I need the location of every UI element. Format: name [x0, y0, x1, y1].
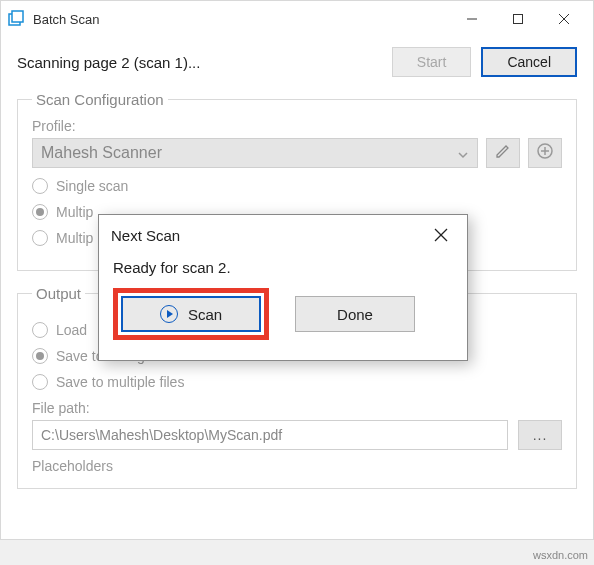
- radio-icon: [32, 230, 48, 246]
- radio-icon: [32, 178, 48, 194]
- radio-icon: [32, 204, 48, 220]
- profile-label: Profile:: [32, 118, 562, 134]
- filepath-label: File path:: [32, 400, 562, 416]
- dialog-message: Ready for scan 2.: [113, 259, 453, 276]
- radio-icon: [32, 374, 48, 390]
- next-scan-dialog: Next Scan Ready for scan 2. Scan Done: [98, 214, 468, 361]
- radio-save-multiple[interactable]: Save to multiple files: [32, 374, 562, 390]
- close-button[interactable]: [541, 3, 587, 35]
- profile-combo[interactable]: Mahesh Scanner: [32, 138, 478, 168]
- radio-icon: [32, 348, 48, 364]
- status-row: Scanning page 2 (scan 1)... Start Cancel: [17, 47, 577, 77]
- minimize-button[interactable]: [449, 3, 495, 35]
- titlebar: Batch Scan: [1, 1, 593, 37]
- radio-icon: [32, 322, 48, 338]
- radio-label: Multip: [56, 204, 93, 220]
- filepath-input[interactable]: C:\Users\Mahesh\Desktop\MyScan.pdf: [32, 420, 508, 450]
- radio-label: Multip: [56, 230, 93, 246]
- play-circle-icon: [160, 305, 178, 323]
- profile-value: Mahesh Scanner: [41, 144, 162, 162]
- dialog-titlebar: Next Scan: [99, 215, 467, 255]
- radio-single-scan[interactable]: Single scan: [32, 178, 562, 194]
- highlight-frame: Scan: [113, 288, 269, 340]
- chevron-down-icon: [457, 147, 469, 165]
- start-button: Start: [392, 47, 472, 77]
- dialog-close-button[interactable]: [427, 221, 455, 249]
- output-legend: Output: [32, 285, 85, 302]
- window-title: Batch Scan: [33, 12, 100, 27]
- done-button[interactable]: Done: [295, 296, 415, 332]
- scan-button-label: Scan: [188, 306, 222, 323]
- app-icon: [7, 10, 25, 28]
- svg-rect-1: [12, 11, 23, 22]
- radio-label: Single scan: [56, 178, 128, 194]
- scan-button[interactable]: Scan: [121, 296, 261, 332]
- plus-circle-icon: [536, 142, 554, 164]
- watermark: wsxdn.com: [533, 549, 588, 561]
- window-controls: [449, 3, 587, 35]
- pencil-icon: [495, 143, 511, 163]
- radio-label: Load: [56, 322, 87, 338]
- scan-configuration-legend: Scan Configuration: [32, 91, 168, 108]
- maximize-button[interactable]: [495, 3, 541, 35]
- svg-rect-3: [514, 15, 523, 24]
- dialog-title-text: Next Scan: [111, 227, 180, 244]
- edit-profile-button[interactable]: [486, 138, 520, 168]
- add-profile-button[interactable]: [528, 138, 562, 168]
- cancel-button[interactable]: Cancel: [481, 47, 577, 77]
- done-button-label: Done: [337, 306, 373, 323]
- radio-label: Save to multiple files: [56, 374, 184, 390]
- status-text: Scanning page 2 (scan 1)...: [17, 54, 382, 71]
- placeholders-link[interactable]: Placeholders: [32, 458, 562, 474]
- dialog-body: Ready for scan 2. Scan Done: [99, 255, 467, 360]
- browse-button[interactable]: ...: [518, 420, 562, 450]
